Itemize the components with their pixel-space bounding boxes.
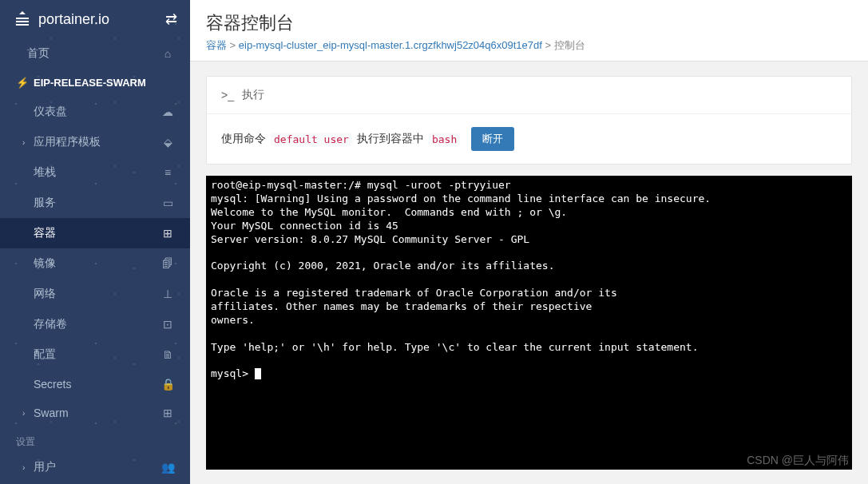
nav-item-网络[interactable]: 网络⊥ — [0, 279, 190, 309]
terminal-cursor — [255, 368, 261, 379]
nav-item-icon: 🗎 — [161, 348, 174, 361]
nav-item-label: 网络 — [34, 287, 161, 301]
crumb-container-id[interactable]: eip-mysql-cluster_eip-mysql-master.1.crg… — [239, 39, 542, 51]
nav-item-icon: 👥 — [161, 461, 174, 474]
chevron-right-icon: › — [22, 138, 34, 147]
nav-item-label: 服务 — [34, 196, 161, 210]
nav-item-应用程序模板[interactable]: ›应用程序模板⬙ — [0, 127, 190, 157]
home-icon: ⌂ — [161, 47, 174, 60]
settings-section-label: 设置 — [0, 427, 190, 452]
nav-item-label: 配置 — [34, 347, 161, 362]
disconnect-button[interactable]: 断开 — [471, 127, 514, 151]
nav-item-服务[interactable]: 服务▭ — [0, 188, 190, 218]
nav-home[interactable]: 首页 ⌂ — [0, 38, 190, 69]
nav-item-label: 用户 — [34, 460, 161, 474]
nav-item-配置[interactable]: 配置🗎 — [0, 339, 190, 370]
nav-item-label: 堆栈 — [34, 165, 161, 180]
terminal-icon: >_ — [221, 89, 234, 101]
exec-header-text: 执行 — [242, 88, 264, 102]
nav-item-icon: ⊡ — [161, 318, 174, 331]
content-area: >_ 执行 使用命令 default user 执行到容器中 bash 断开 r… — [190, 61, 868, 484]
main-content: 容器控制台 容器 > eip-mysql-cluster_eip-mysql-m… — [190, 0, 868, 484]
nav-label: 首页 — [27, 46, 161, 61]
nav-item-label: 仪表盘 — [34, 105, 161, 119]
nav-item-secrets[interactable]: Secrets🔒 — [0, 370, 190, 399]
nav-item-label: 应用程序模板 — [34, 135, 161, 149]
page-title: 容器控制台 — [206, 11, 852, 35]
nav-item-swarm[interactable]: ›Swarm⊞ — [0, 399, 190, 427]
nav-item-label: Secrets — [34, 378, 161, 391]
portainer-logo-icon — [13, 10, 32, 29]
nav-item-用户[interactable]: ›用户👥 — [0, 452, 190, 482]
nav-item-icon: 🔒 — [161, 378, 174, 391]
nav-item-icon: ⬙ — [161, 136, 174, 149]
nav-items-list: 仪表盘☁›应用程序模板⬙堆栈≡服务▭容器⊞镜像🗐网络⊥存储卷⊡配置🗎Secret… — [0, 97, 190, 427]
nav-item-容器[interactable]: 容器⊞ — [0, 218, 190, 248]
nav-item-仪表盘[interactable]: 仪表盘☁ — [0, 97, 190, 127]
plug-icon: ⚡ — [16, 77, 29, 89]
exec-text-2: 执行到容器中 — [357, 132, 424, 146]
chevron-right-icon: › — [22, 463, 34, 472]
exec-panel-header: >_ 执行 — [207, 77, 851, 114]
nav-item-icon: ⊞ — [161, 227, 174, 240]
nav-item-label: 存储卷 — [34, 317, 161, 331]
breadcrumb: 容器 > eip-mysql-cluster_eip-mysql-master.… — [206, 38, 852, 53]
terminal-text: root@eip-mysql-master:/# mysql -uroot -p… — [211, 179, 711, 379]
exec-user: default user — [271, 133, 352, 146]
brand-text: portainer.io — [38, 11, 109, 28]
nav-environment[interactable]: ⚡ EIP-RELEASE-SWARM — [0, 69, 190, 97]
crumb-containers[interactable]: 容器 — [206, 39, 227, 51]
terminal-output[interactable]: root@eip-mysql-master:/# mysql -uroot -p… — [206, 176, 852, 470]
exec-panel: >_ 执行 使用命令 default user 执行到容器中 bash 断开 — [206, 76, 852, 165]
exec-text-1: 使用命令 — [221, 132, 266, 146]
crumb-console: 控制台 — [554, 39, 585, 51]
nav-item-label: 容器 — [34, 226, 161, 240]
nav-item-icon: ⊥ — [161, 288, 174, 300]
nav-item-镜像[interactable]: 镜像🗐 — [0, 248, 190, 279]
nav-item-堆栈[interactable]: 堆栈≡ — [0, 157, 190, 188]
nav-item-icon: ⊞ — [161, 407, 174, 419]
nav-item-label: Swarm — [34, 407, 161, 419]
sidebar: portainer.io ⇄ 首页 ⌂ ⚡ EIP-RELEASE-SWARM … — [0, 0, 190, 484]
nav-item-icon: ▭ — [161, 196, 174, 209]
nav-item-icon: 🗐 — [161, 257, 174, 270]
sidebar-toggle-icon[interactable]: ⇄ — [165, 10, 177, 28]
chevron-right-icon: › — [22, 409, 34, 418]
nav-list: 首页 ⌂ ⚡ EIP-RELEASE-SWARM — [0, 38, 190, 97]
nav-item-label: 镜像 — [34, 256, 161, 271]
brand-header[interactable]: portainer.io ⇄ — [0, 0, 190, 38]
nav-item-icon: ≡ — [161, 166, 174, 179]
exec-shell: bash — [429, 133, 460, 146]
nav-settings-list: ›用户👥›环境🔌注册表🗄›身份验证日志↻ — [0, 452, 190, 484]
exec-panel-body: 使用命令 default user 执行到容器中 bash 断开 — [207, 114, 851, 164]
nav-item-icon: ☁ — [161, 105, 174, 118]
env-name: EIP-RELEASE-SWARM — [34, 77, 174, 89]
nav-item-存储卷[interactable]: 存储卷⊡ — [0, 309, 190, 339]
page-header: 容器控制台 容器 > eip-mysql-cluster_eip-mysql-m… — [190, 0, 868, 61]
